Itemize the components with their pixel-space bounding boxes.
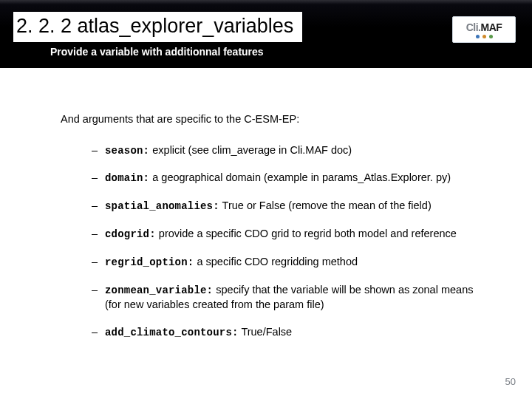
list-item: zonmean_variable: specify that the varia… — [92, 283, 491, 312]
slide-body: And arguments that are specific to the C… — [0, 68, 532, 340]
arg-key: add_climato_contours: — [105, 327, 239, 338]
arg-key: zonmean_variable: — [105, 284, 213, 296]
arg-key: regrid_option: — [105, 256, 194, 268]
logo-text-grey: Cli. — [466, 21, 481, 33]
page-number: 50 — [505, 376, 516, 387]
slide-header: 2. 2. 2 atlas_explorer_variables Provide… — [0, 0, 532, 68]
arg-key: season: — [105, 145, 149, 157]
title-box: 2. 2. 2 atlas_explorer_variables — [13, 12, 302, 42]
arg-desc: provide a specific CDO grid to regrid bo… — [156, 228, 457, 239]
dot-blue-icon — [476, 35, 480, 38]
list-item: season: explicit (see clim_average in Cl… — [92, 143, 491, 158]
logo-dots — [476, 35, 493, 38]
header-gloss — [0, 0, 532, 4]
arg-key: domain: — [105, 172, 149, 184]
argument-list: season: explicit (see clim_average in Cl… — [92, 143, 494, 341]
slide-title: 2. 2. 2 atlas_explorer_variables — [16, 15, 293, 37]
dot-green-icon — [489, 35, 493, 38]
arg-key: cdogrid: — [105, 228, 156, 240]
list-item: domain: a geographical domain (example i… — [92, 171, 491, 185]
list-item: add_climato_contours: True/False — [92, 325, 491, 340]
climaf-logo: Cli.MAF — [452, 16, 516, 43]
arg-desc: explicit (see clim_average in Cli.MAF do… — [149, 144, 352, 156]
arg-desc: a geographical domain (example in params… — [149, 171, 451, 183]
logo-text: Cli.MAF — [466, 21, 502, 33]
slide-subtitle: Provide a variable with additionnal feat… — [50, 46, 264, 58]
arg-desc: a specific CDO regridding method — [194, 256, 358, 267]
arg-desc: True/False — [239, 326, 293, 338]
dot-orange-icon — [482, 35, 486, 38]
list-item: spatial_anomalies: True or False (remove… — [92, 199, 491, 214]
arg-desc: True or False (remove the mean of the fi… — [219, 200, 432, 211]
list-item: cdogrid: provide a specific CDO grid to … — [92, 227, 491, 242]
list-item: regrid_option: a specific CDO regridding… — [92, 255, 491, 270]
arg-key: spatial_anomalies: — [105, 200, 219, 212]
logo-text-black: MAF — [480, 21, 502, 33]
intro-text: And arguments that are specific to the C… — [61, 112, 494, 127]
